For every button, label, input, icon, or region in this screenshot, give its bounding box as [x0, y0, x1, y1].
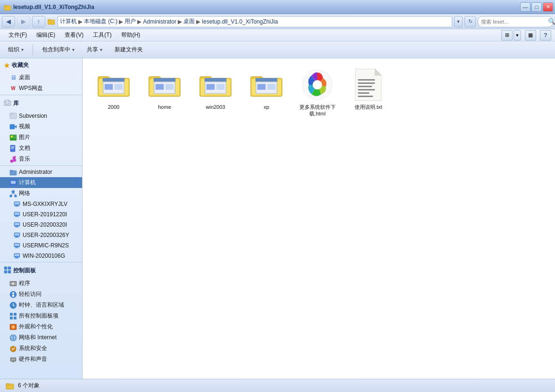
host-3-icon — [13, 221, 21, 229]
menu-file[interactable]: 文件(F) — [4, 30, 32, 41]
file-item-2000[interactable]: 2000 — [90, 64, 137, 121]
sidebar-item-access[interactable]: 轻松访问 — [0, 289, 82, 300]
video-label: 视频 — [19, 122, 30, 131]
sidebar-item-host-5[interactable]: USERMIC-R9N2S — [0, 240, 82, 251]
host-2-label: USER-20191220I — [23, 211, 67, 218]
new-folder-label: 新建文件夹 — [115, 46, 143, 54]
netinternet-label: 网络和 Internet — [19, 334, 57, 342]
refresh-button[interactable]: ↻ — [464, 16, 476, 27]
file-item-html[interactable]: 更多系统软件下载.html — [294, 64, 341, 121]
address-dropdown[interactable]: ▼ — [454, 16, 463, 27]
sidebar-item-desktop[interactable]: 🖥 桌面 — [0, 72, 82, 83]
sidebar-item-admin[interactable]: Administrator — [0, 167, 82, 177]
share-button[interactable]: 共享 ▾ — [83, 43, 107, 56]
svg-rect-48 — [15, 244, 19, 246]
sidebar-item-wps[interactable]: W WPS网盘 — [0, 83, 82, 94]
sidebar-item-security[interactable]: 系统和安全 — [0, 343, 82, 354]
appearance-icon — [9, 323, 17, 331]
svg-rect-6 — [8, 101, 11, 106]
file-item-win2003[interactable]: win2003 — [192, 64, 239, 121]
include-dropdown-icon: ▾ — [72, 47, 75, 52]
svg-marker-118 — [375, 69, 381, 75]
program-label: 程序 — [19, 279, 30, 287]
file-item-home[interactable]: home — [141, 64, 188, 121]
sidebar-item-host-6[interactable]: WIN-20200106G — [0, 251, 82, 261]
network-icon — [9, 190, 17, 197]
library-section[interactable]: 库 — [0, 96, 82, 111]
svg-rect-24 — [12, 185, 15, 186]
svg-rect-82 — [12, 361, 14, 362]
minimize-button[interactable]: — — [520, 2, 530, 12]
controlpanel-section[interactable]: 控制面板 — [0, 263, 82, 278]
hardware-label: 硬件和声音 — [19, 355, 47, 363]
organize-label: 组织 — [8, 46, 19, 54]
path-folder-icon — [47, 17, 56, 26]
sidebar-item-host-1[interactable]: MS-GXKIXRYJLV — [0, 199, 82, 209]
sidebar-item-subversion[interactable]: Subversion — [0, 111, 82, 121]
svg-rect-36 — [15, 212, 19, 215]
menu-view[interactable]: 查看(V) — [60, 30, 88, 41]
sidebar-item-image[interactable]: 图片 — [0, 132, 82, 143]
svg-rect-55 — [4, 267, 7, 270]
sidebar-item-network[interactable]: 网络 — [0, 188, 82, 199]
doc-icon — [9, 145, 17, 152]
icon-view-button[interactable]: ⊞ — [501, 30, 513, 41]
path-admin: Administrator — [143, 18, 176, 25]
sidebar-item-controlall[interactable]: 所有控制面板项 — [0, 310, 82, 321]
address-path[interactable]: 计算机 ▶ 本地磁盘 (C:) ▶ 用户 ▶ Administrator ▶ 桌… — [58, 16, 452, 27]
sidebar-item-hardware[interactable]: 硬件和声音 — [0, 354, 82, 365]
menu-edit[interactable]: 编辑(E) — [32, 30, 60, 41]
svg-point-19 — [13, 159, 16, 162]
svg-rect-49 — [16, 247, 18, 248]
svg-rect-32 — [15, 202, 19, 204]
close-button[interactable]: ✕ — [543, 2, 553, 12]
file-area: 2000 home — [84, 58, 555, 379]
help-button[interactable]: ? — [540, 30, 551, 41]
svg-rect-1 — [4, 5, 7, 7]
back-button[interactable]: ◀ — [2, 16, 15, 27]
desktop-icon: 🖥 — [9, 74, 17, 82]
host-5-icon — [13, 242, 21, 249]
desktop-label: 桌面 — [19, 74, 30, 82]
include-library-button[interactable]: 包含到库中 ▾ — [38, 43, 79, 56]
sidebar-item-clock[interactable]: 时钟、语言和区域 — [0, 300, 82, 310]
pane-button[interactable]: ▦ — [525, 30, 536, 41]
sidebar-item-host-4[interactable]: USER-20200326Y — [0, 230, 82, 240]
svg-rect-105 — [207, 84, 215, 90]
netinternet-icon — [9, 334, 17, 342]
sidebar-item-program[interactable]: 程序 — [0, 278, 82, 289]
forward-button[interactable]: ▶ — [17, 16, 30, 27]
file-item-xp[interactable]: xp — [243, 64, 290, 121]
sidebar-item-music[interactable]: 音乐 — [0, 154, 82, 164]
sidebar-item-host-2[interactable]: USER-20191220I — [0, 209, 82, 220]
sidebar-item-appearance[interactable]: 外观和个性化 — [0, 321, 82, 332]
sidebar-item-netinternet[interactable]: 网络和 Internet — [0, 332, 82, 343]
organize-button[interactable]: 组织 ▾ — [4, 43, 28, 56]
menu-tools[interactable]: 工具(T) — [88, 30, 116, 41]
file-item-txt[interactable]: 使用说明.txt — [345, 64, 392, 121]
menu-help[interactable]: 帮助(H) — [116, 30, 145, 41]
svg-rect-95 — [154, 78, 175, 82]
maximize-button[interactable]: □ — [531, 2, 542, 12]
new-folder-button[interactable]: 新建文件夹 — [110, 43, 147, 56]
host-5-label: USERMIC-R9N2S — [23, 242, 69, 249]
sidebar: ★ 收藏夹 🖥 桌面 W WPS网盘 库 — [0, 58, 83, 379]
sidebar-item-computer[interactable]: 计算机 — [0, 177, 82, 188]
up-button[interactable]: ↑ — [32, 16, 45, 27]
svg-point-63 — [12, 292, 14, 294]
music-label: 音乐 — [19, 155, 30, 163]
svg-rect-34 — [15, 206, 19, 207]
svg-rect-64 — [12, 294, 14, 297]
favorites-section[interactable]: ★ 收藏夹 — [0, 58, 82, 72]
sidebar-item-host-3[interactable]: USER-20200320I — [0, 220, 82, 230]
svg-rect-50 — [15, 248, 19, 248]
search-input[interactable] — [481, 19, 546, 24]
sidebar-item-video[interactable]: 视频 — [0, 121, 82, 132]
sidebar-divider-1 — [0, 95, 82, 95]
svg-point-28 — [15, 195, 17, 197]
sidebar-divider-2 — [0, 165, 82, 166]
subversion-icon — [9, 112, 17, 120]
svg-rect-114 — [267, 84, 276, 90]
view-dropdown[interactable]: ▼ — [514, 30, 521, 41]
sidebar-item-doc[interactable]: 文档 — [0, 143, 82, 154]
